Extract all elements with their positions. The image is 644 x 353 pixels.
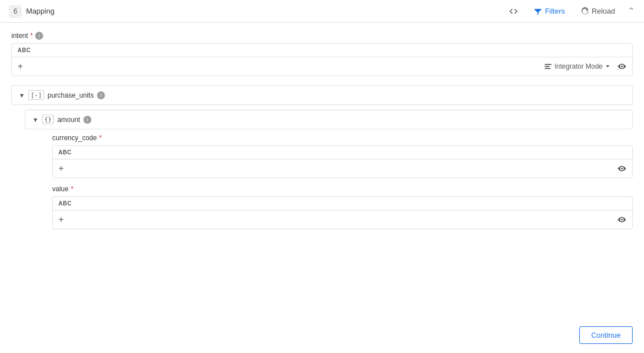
svg-rect-2 [545,68,551,69]
value-eye-button[interactable] [617,215,626,224]
currency-code-add-button[interactable]: + [58,163,64,174]
purchase-units-label: purchase_units [48,91,94,99]
currency-code-abc-row: ABC [53,146,632,159]
intent-plus-row: + Integrator Mode [12,57,632,75]
intent-add-button[interactable]: + [18,61,23,72]
intent-abc-row: ABC [12,44,632,57]
intent-eye-button[interactable] [617,62,626,71]
header-bar: 6 Mapping Filters Reload [0,0,644,23]
page-title: Mapping [26,7,54,15]
intent-info-icon[interactable]: i [35,32,43,40]
value-abc-badge: ABC [58,200,71,207]
header-right: Filters Reload ⌃ [506,5,635,18]
intent-field-label: intent * i [11,32,633,40]
currency-code-label: currency_code * [52,134,633,142]
value-plus-row: + [53,211,632,229]
step-number: 6 [9,5,22,18]
currency-code-section: currency_code * ABC + [52,134,633,178]
main-content: intent * i ABC + [0,23,644,247]
value-abc-row: ABC [53,197,632,211]
purchase-units-section: ▼ [-] purchase_units i ▼ {} amount i [11,85,633,229]
currency-code-mapping-box: ABC + [52,145,633,178]
currency-code-label-text: currency_code [52,134,97,142]
intent-abc-badge: ABC [18,47,31,53]
reload-label: Reload [592,7,615,15]
currency-code-abc-badge: ABC [58,149,71,156]
filters-label: Filters [545,7,565,15]
svg-rect-0 [545,64,552,65]
value-add-button[interactable]: + [58,215,64,225]
value-label: value * [52,185,633,193]
filters-icon [534,7,542,15]
collapse-icon[interactable]: ⌃ [628,6,635,16]
currency-code-required-star: * [99,134,102,142]
value-plus-icon: + [58,215,64,225]
intent-plus-icon: + [18,61,23,72]
amount-container: ▼ {} amount i currency_code * [25,110,633,229]
svg-rect-1 [545,66,550,67]
purchase-units-info-icon[interactable]: i [97,91,105,99]
amount-info-icon[interactable]: i [83,116,91,124]
purchase-units-type-badge: [-] [28,90,44,100]
code-icon [509,7,518,16]
value-required-star: * [71,185,74,193]
currency-code-plus-row: + [53,159,632,178]
intent-label-text: intent [11,32,28,40]
header-left: 6 Mapping [9,5,54,18]
integrator-mode-button[interactable]: Integrator Mode [544,62,611,70]
bottom-bar: Continue [568,317,644,353]
purchase-units-row: ▼ [-] purchase_units i [11,85,633,105]
continue-button[interactable]: Continue [579,326,633,344]
eye-icon [617,62,626,71]
value-mapping-box: ABC + [52,196,633,229]
amount-toggle[interactable]: ▼ [32,116,39,123]
intent-mapping-box: ABC + Integrator Mode [11,43,633,76]
filters-button[interactable]: Filters [531,5,568,17]
code-toggle-button[interactable] [506,5,521,18]
integrator-mode-label: Integrator Mode [554,62,603,70]
amount-label: amount [57,116,80,124]
page-container: 6 Mapping Filters Reload [0,0,644,353]
value-eye-icon [617,215,626,224]
chevron-down-icon [605,64,611,69]
currency-code-eye-button[interactable] [617,164,626,173]
amount-type-badge: {} [42,115,54,124]
value-label-text: value [52,185,69,193]
reload-button[interactable]: Reload [578,5,618,17]
integrator-mode-icon [544,62,552,70]
amount-row: ▼ {} amount i [25,110,633,129]
amount-fields: currency_code * ABC + [39,134,633,229]
intent-required-star: * [30,32,33,40]
currency-code-plus-icon: + [58,163,64,174]
value-section: value * ABC + [52,185,633,229]
reload-icon [581,7,589,15]
purchase-units-toggle[interactable]: ▼ [19,92,25,99]
intent-field-section: intent * i ABC + [11,32,633,76]
currency-code-eye-icon [617,164,626,173]
